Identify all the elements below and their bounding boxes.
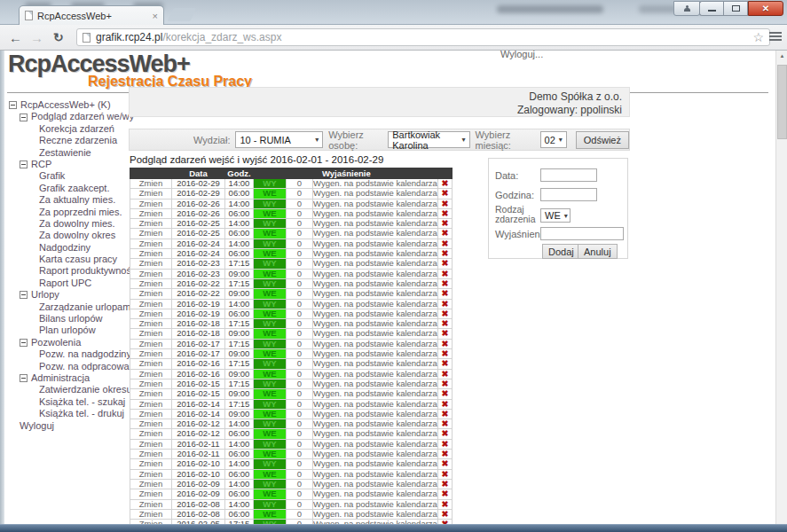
dodaj-button[interactable]: Dodaj — [542, 244, 580, 259]
delete-icon[interactable]: ✖ — [437, 450, 452, 459]
delete-icon[interactable]: ✖ — [437, 479, 452, 489]
delete-icon[interactable]: ✖ — [437, 259, 452, 269]
delete-icon[interactable]: ✖ — [437, 349, 452, 359]
scroll-up-icon[interactable]: ▲ — [776, 51, 787, 62]
change-link[interactable]: Zmien — [130, 299, 172, 309]
sidebar-item[interactable]: Wyloguj — [7, 420, 130, 432]
sidebar-item[interactable]: Pozw. na odpracowania — [7, 361, 130, 372]
delete-icon[interactable]: ✖ — [437, 299, 452, 309]
tab-close-icon[interactable]: × — [153, 11, 158, 21]
refresh-button[interactable]: Odśwież — [576, 131, 629, 149]
sidebar-item[interactable]: Zestawienie — [7, 147, 130, 159]
delete-icon[interactable]: ✖ — [437, 369, 452, 379]
delete-icon[interactable]: ✖ — [437, 469, 452, 479]
rodzaj-select[interactable]: WE ▾ — [540, 208, 571, 223]
profile-button[interactable] — [673, 1, 700, 16]
delete-icon[interactable]: ✖ — [437, 429, 452, 439]
delete-icon[interactable]: ✖ — [437, 359, 452, 369]
delete-icon[interactable]: ✖ — [437, 278, 452, 288]
sidebar-item[interactable]: Karta czasu pracy — [7, 254, 130, 265]
change-link[interactable]: Zmien — [130, 379, 172, 388]
sidebar-item[interactable]: Reczne zdarzenia — [7, 135, 130, 146]
delete-icon[interactable]: ✖ — [437, 208, 452, 218]
tree-collapse-icon[interactable] — [20, 374, 28, 382]
delete-icon[interactable]: ✖ — [437, 489, 452, 499]
change-link[interactable]: Zmien — [130, 319, 172, 329]
change-link[interactable]: Zmien — [130, 259, 172, 269]
delete-icon[interactable]: ✖ — [437, 399, 452, 409]
delete-icon[interactable]: ✖ — [437, 239, 452, 248]
delete-icon[interactable]: ✖ — [437, 219, 452, 229]
change-link[interactable]: Zmien — [130, 289, 172, 299]
change-link[interactable]: Zmien — [130, 409, 172, 419]
delete-icon[interactable]: ✖ — [437, 249, 452, 259]
sidebar-item[interactable]: Pozwolenia — [7, 337, 130, 348]
forward-button[interactable]: → — [30, 31, 43, 44]
change-link[interactable]: Zmien — [130, 419, 172, 429]
delete-icon[interactable]: ✖ — [437, 459, 452, 469]
change-link[interactable]: Zmien — [130, 208, 172, 218]
logout-link-top[interactable]: Wyloguj... — [500, 51, 543, 59]
change-link[interactable]: Zmien — [130, 189, 172, 199]
reload-button[interactable]: ↻ — [53, 31, 64, 43]
osoba-select[interactable]: Bartkowiak Karolina ▾ — [388, 131, 469, 148]
change-link[interactable]: Zmien — [130, 359, 172, 369]
delete-icon[interactable]: ✖ — [437, 499, 452, 509]
change-link[interactable]: Zmien — [130, 369, 172, 379]
sidebar-item[interactable]: Pozw. na nadgodziny — [7, 348, 130, 360]
delete-icon[interactable]: ✖ — [437, 329, 452, 339]
minimize-button[interactable] — [699, 1, 723, 16]
delete-icon[interactable]: ✖ — [437, 439, 452, 449]
change-link[interactable]: Zmien — [130, 229, 172, 239]
delete-icon[interactable]: ✖ — [437, 199, 452, 208]
anuluj-button[interactable]: Anuluj — [578, 244, 618, 259]
address-bar[interactable]: grafik.rcp24.pl/korekcja_zdarz_ws.aspx ☆ — [76, 28, 770, 46]
sidebar-item[interactable]: Podgląd zdarzeń we/wy — [7, 111, 130, 122]
delete-icon[interactable]: ✖ — [437, 509, 452, 519]
change-link[interactable]: Zmien — [130, 249, 172, 259]
change-link[interactable]: Zmien — [130, 459, 172, 469]
change-link[interactable]: Zmien — [130, 309, 172, 318]
sidebar-item[interactable]: Plan urlopów — [7, 325, 130, 336]
tree-collapse-icon[interactable] — [9, 101, 17, 109]
sidebar-item[interactable]: Raport produktywności — [7, 265, 130, 277]
sidebar-item[interactable]: Książka tel. - drukuj — [7, 408, 130, 419]
change-link[interactable]: Zmien — [130, 269, 172, 278]
delete-icon[interactable]: ✖ — [437, 319, 452, 329]
change-link[interactable]: Zmien — [130, 469, 172, 479]
change-link[interactable]: Zmien — [130, 219, 172, 229]
godzina-input[interactable] — [540, 188, 597, 201]
delete-icon[interactable]: ✖ — [437, 229, 452, 239]
sidebar-item[interactable]: Za dowolny mies. — [7, 218, 130, 230]
tree-collapse-icon[interactable] — [20, 113, 28, 121]
delete-icon[interactable]: ✖ — [437, 389, 452, 399]
sidebar-item[interactable]: Za dowolny okres — [7, 230, 130, 241]
bookmark-star-icon[interactable]: ☆ — [752, 30, 764, 44]
change-link[interactable]: Zmien — [130, 399, 172, 409]
sidebar-item[interactable]: Nadgodziny — [7, 242, 130, 254]
sidebar-item[interactable]: Urlopy — [7, 289, 130, 301]
sidebar-item[interactable]: Bilans urlopów — [7, 313, 130, 325]
delete-icon[interactable]: ✖ — [437, 179, 452, 189]
delete-icon[interactable]: ✖ — [437, 269, 452, 278]
delete-icon[interactable]: ✖ — [437, 289, 452, 299]
delete-icon[interactable]: ✖ — [437, 409, 452, 419]
miesiac-select[interactable]: 02 ▾ — [540, 131, 567, 148]
maximize-button[interactable] — [723, 1, 748, 16]
change-link[interactable]: Zmien — [130, 439, 172, 449]
change-link[interactable]: Zmien — [130, 239, 172, 248]
change-link[interactable]: Zmien — [130, 509, 172, 519]
change-link[interactable]: Zmien — [130, 450, 172, 459]
sidebar-item[interactable]: Raport UPC — [7, 278, 130, 289]
sidebar-item[interactable]: Zarządzanie urlopami — [7, 301, 130, 313]
tree-collapse-icon[interactable] — [20, 291, 28, 299]
tree-collapse-icon[interactable] — [20, 160, 28, 168]
vertical-scrollbar[interactable]: ▲ — [775, 51, 787, 524]
delete-icon[interactable]: ✖ — [437, 309, 452, 318]
change-link[interactable]: Zmien — [130, 278, 172, 288]
sidebar-item[interactable]: Za aktualny mies. — [7, 194, 130, 206]
sidebar-item[interactable]: Administracja — [7, 372, 130, 384]
delete-icon[interactable]: ✖ — [437, 379, 452, 388]
data-input[interactable] — [540, 168, 597, 182]
change-link[interactable]: Zmien — [130, 499, 172, 509]
